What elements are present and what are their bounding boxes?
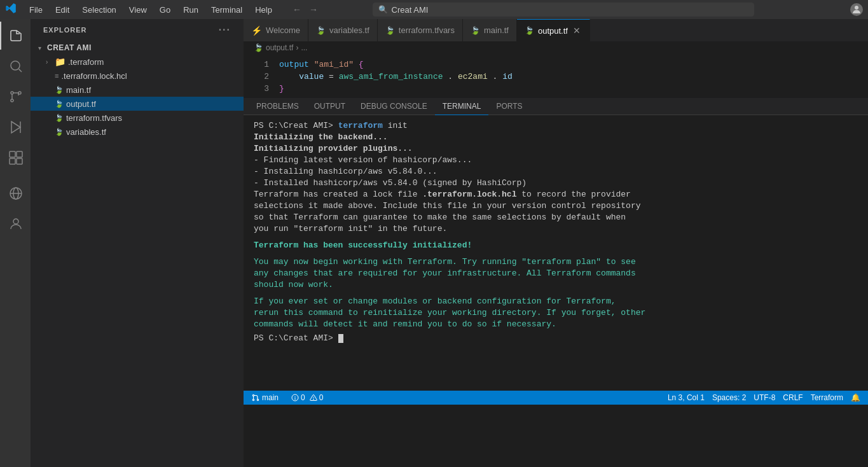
tab-welcome-label: Welcome bbox=[266, 25, 300, 35]
breadcrumb: 🍃 output.tf › ... bbox=[244, 42, 868, 53]
tf-tab-icon-3: 🍃 bbox=[471, 26, 480, 35]
panel-tab-problems[interactable]: PROBLEMS bbox=[249, 98, 307, 115]
terminal-prompt-final: PS C:\Creat AMI> bbox=[254, 333, 858, 344]
panel-tab-output[interactable]: OUTPUT bbox=[307, 98, 353, 115]
tf-icon-variables: 🍃 bbox=[55, 128, 64, 136]
sidebar: EXPLORER ··· ▾ CREAT AMI › 📁 .terraform … bbox=[31, 19, 244, 467]
code-content-3: } bbox=[279, 83, 858, 95]
svg-point-15 bbox=[252, 394, 254, 396]
tf-tab-icon-4: 🍃 bbox=[525, 26, 534, 35]
tab-main-tf[interactable]: 🍃 main.tf bbox=[463, 19, 517, 41]
hcl-icon: ≡ bbox=[55, 72, 59, 80]
chevron-down-icon: ▾ bbox=[38, 45, 46, 52]
svg-marker-5 bbox=[11, 122, 20, 133]
menu-view[interactable]: View bbox=[124, 4, 152, 16]
activity-accounts[interactable] bbox=[0, 210, 31, 238]
root-folder-label: CREAT AMI bbox=[47, 43, 92, 52]
svg-rect-10 bbox=[17, 158, 22, 164]
terminal-line-info1: You may now begin working with Terraform… bbox=[254, 256, 858, 268]
tab-terraform-tfvars[interactable]: 🍃 terraform.tfvars bbox=[378, 19, 463, 41]
tab-close-button[interactable]: ✕ bbox=[572, 25, 582, 36]
menu-selection[interactable]: Selection bbox=[77, 4, 121, 16]
terminal-line-10: you run "terraform init" in the future. bbox=[254, 223, 858, 235]
nav-forward[interactable]: → bbox=[307, 3, 320, 16]
tabs-bar: ⚡ Welcome 🍃 variables.tf 🍃 terraform.tfv… bbox=[244, 19, 868, 42]
status-eol[interactable]: CRLF bbox=[780, 393, 805, 402]
breadcrumb-file: output.tf bbox=[266, 43, 293, 52]
title-bar: File Edit Selection View Go Run Terminal… bbox=[0, 0, 868, 19]
tf-icon-tfvars: 🍃 bbox=[55, 114, 64, 122]
menu-terminal[interactable]: Terminal bbox=[206, 4, 247, 16]
svg-point-22 bbox=[313, 399, 313, 400]
search-bar[interactable]: 🔍 bbox=[373, 3, 754, 17]
eol-label: CRLF bbox=[783, 393, 803, 402]
panel-tab-debug[interactable]: DEBUG CONSOLE bbox=[353, 98, 435, 115]
avatar[interactable] bbox=[850, 3, 863, 16]
menu-edit[interactable]: Edit bbox=[50, 4, 74, 16]
status-language[interactable]: Terraform bbox=[808, 393, 846, 402]
status-branch[interactable]: main bbox=[249, 393, 281, 402]
breadcrumb-more: ... bbox=[301, 43, 307, 52]
editor-area: ⚡ Welcome 🍃 variables.tf 🍃 terraform.tfv… bbox=[244, 19, 868, 467]
tf-icon-main: 🍃 bbox=[55, 86, 64, 94]
tree-item-terraform-lock[interactable]: › ≡ .terraform.lock.hcl bbox=[31, 69, 244, 83]
panel-tab-terminal[interactable]: TERMINAL bbox=[435, 98, 489, 115]
status-encoding[interactable]: UTF-8 bbox=[751, 393, 778, 402]
tree-root-folder[interactable]: ▾ CREAT AMI bbox=[31, 41, 244, 55]
code-content-2: value = aws_ami_from_instance . ec2ami .… bbox=[279, 71, 858, 83]
tree-item-main-tf[interactable]: › 🍃 main.tf bbox=[31, 83, 244, 97]
nav-back[interactable]: ← bbox=[290, 3, 304, 16]
tree-label-main: main.tf bbox=[66, 85, 91, 95]
panel-tab-ports[interactable]: PORTS bbox=[488, 98, 530, 115]
menu-go[interactable]: Go bbox=[155, 4, 176, 16]
activity-git[interactable] bbox=[0, 83, 31, 111]
code-editor[interactable]: 1 output "ami_id" { 2 value = aws_ami_fr… bbox=[244, 53, 868, 98]
svg-point-14 bbox=[13, 219, 18, 224]
tree-item-variables-tf[interactable]: › 🍃 variables.tf bbox=[31, 125, 244, 139]
breadcrumb-file-icon: 🍃 bbox=[254, 43, 263, 52]
menu-file[interactable]: File bbox=[24, 4, 48, 16]
warning-count: 0 bbox=[319, 393, 324, 402]
search-input[interactable] bbox=[392, 5, 748, 15]
svg-point-16 bbox=[257, 399, 258, 400]
encoding-label: UTF-8 bbox=[754, 393, 775, 402]
tab-welcome[interactable]: ⚡ Welcome bbox=[244, 19, 308, 41]
terminal-line-7: Terraform has created a lock file .terra… bbox=[254, 189, 858, 200]
branch-name: main bbox=[262, 393, 279, 402]
tf-icon-output: 🍃 bbox=[55, 100, 64, 108]
activity-search[interactable] bbox=[0, 52, 31, 80]
terminal-line-info2: any changes that are required for your i… bbox=[254, 268, 858, 279]
tab-output-label: output.tf bbox=[538, 26, 568, 36]
terminal-line-info5: rerun this command to reinitialize your … bbox=[254, 307, 858, 319]
tree-item-terraform-folder[interactable]: › 📁 .terraform bbox=[31, 55, 244, 69]
tree-item-tfvars[interactable]: › 🍃 terraform.tfvars bbox=[31, 111, 244, 125]
svg-point-1 bbox=[11, 61, 20, 70]
status-spaces[interactable]: Spaces: 2 bbox=[710, 393, 748, 402]
tree-item-output-tf[interactable]: › 🍃 output.tf bbox=[31, 97, 244, 111]
ln-col-label: Ln 3, Col 1 bbox=[668, 393, 705, 402]
sidebar-more-button[interactable]: ··· bbox=[219, 24, 231, 36]
menu-run[interactable]: Run bbox=[178, 4, 203, 16]
terminal-line-5: - Installing hashicorp/aws v5.84.0... bbox=[254, 166, 858, 178]
welcome-icon: ⚡ bbox=[251, 25, 262, 36]
spaces-label: Spaces: 2 bbox=[712, 393, 746, 402]
status-errors[interactable]: 0 0 bbox=[289, 393, 326, 402]
folder-icon: 📁 bbox=[55, 57, 65, 67]
line-number-3: 3 bbox=[244, 83, 269, 95]
status-bell[interactable]: 🔔 bbox=[848, 393, 863, 402]
terminal-cursor bbox=[338, 334, 343, 343]
menu-help[interactable]: Help bbox=[250, 4, 277, 16]
code-line-2: 2 value = aws_ami_from_instance . ec2ami… bbox=[244, 71, 868, 83]
activity-explorer[interactable] bbox=[0, 22, 31, 50]
menu-bar: File Edit Selection View Go Run Terminal… bbox=[24, 4, 277, 16]
language-label: Terraform bbox=[811, 393, 843, 402]
activity-run[interactable] bbox=[0, 113, 31, 141]
activity-remote[interactable] bbox=[0, 179, 31, 207]
tab-output-tf[interactable]: 🍃 output.tf ✕ bbox=[517, 19, 590, 41]
tab-variables-tf[interactable]: 🍃 variables.tf bbox=[308, 19, 378, 41]
status-ln-col[interactable]: Ln 3, Col 1 bbox=[665, 393, 707, 402]
tab-main-label: main.tf bbox=[484, 25, 509, 35]
terminal[interactable]: PS C:\Creat AMI> terraform init Initiali… bbox=[244, 115, 868, 391]
terminal-line-9: so that Terraform can guarantee to make … bbox=[254, 212, 858, 223]
activity-extensions[interactable] bbox=[0, 144, 31, 172]
